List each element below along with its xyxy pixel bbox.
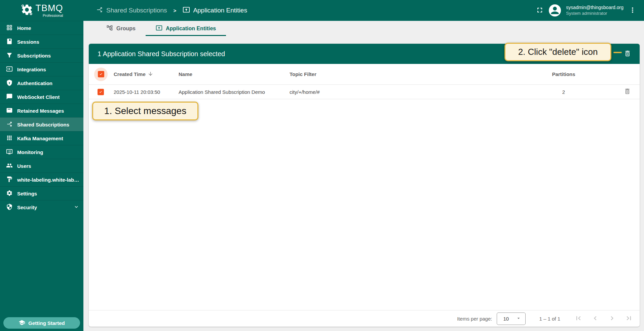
fullscreen-icon — [536, 6, 544, 15]
sidebar-item-label: WebSocket Client — [17, 94, 60, 100]
next-page-button[interactable] — [608, 314, 616, 323]
select-all-checkbox[interactable] — [98, 71, 104, 77]
breadcrumb-label: Shared Subscriptions — [106, 7, 167, 14]
call-split-icon — [6, 121, 13, 128]
row-delete-button[interactable] — [624, 88, 631, 96]
sidebar-item-kafka-management[interactable]: Kafka Management — [0, 131, 83, 145]
people-icon — [6, 162, 13, 170]
column-label: Created Time — [114, 71, 146, 77]
grid-dashboard-icon — [6, 24, 13, 32]
sidebar-item-white-labeling[interactable]: white-labeling.white-labeli… — [0, 173, 83, 186]
sidebar-item-label: Monitoring — [17, 149, 43, 155]
cell-topic-filter: city/+/home/# — [290, 89, 520, 95]
sidebar-item-websocket-client[interactable]: WebSocket Client — [0, 90, 83, 104]
column-header-name[interactable]: Name — [179, 71, 290, 77]
breadcrumb-application-entities[interactable]: Application Entities — [183, 6, 247, 15]
cell-created-time: 2025-10-11 20:03:50 — [114, 89, 179, 95]
present-to-all-icon — [156, 25, 162, 33]
row-checkbox-cell — [89, 89, 114, 95]
annotation-connector-line — [613, 52, 622, 53]
first-page-button[interactable] — [574, 314, 582, 323]
sidebar-item-label: Integrations — [17, 67, 46, 72]
sidebar-spacer — [0, 214, 83, 317]
inbox-icon — [6, 107, 13, 115]
sidebar-menu: Home Sessions Subscriptions Integrations… — [0, 21, 83, 214]
page-size-select[interactable]: 10 — [497, 312, 526, 325]
header-checkbox-cell — [89, 68, 114, 81]
annotation-step2: 2. Click "delete" icon — [504, 43, 611, 61]
sidebar-item-settings[interactable]: Settings — [0, 186, 83, 200]
tabbar: Groups Application Entities — [83, 21, 644, 36]
delete-icon — [624, 88, 631, 96]
entities-table-card: 1 Application Shared Subscription select… — [89, 44, 640, 327]
delete-icon — [624, 50, 631, 58]
sidebar-item-integrations[interactable]: Integrations — [0, 62, 83, 76]
sidebar-item-subscriptions[interactable]: Subscriptions — [0, 48, 83, 62]
sidebar-item-label: Security — [17, 205, 37, 210]
sidebar-item-label: Kafka Management — [17, 136, 63, 141]
app-root: TBMQ Professional Home Sessions Subscrip… — [0, 0, 644, 331]
main-area: Shared Subscriptions > Application Entit… — [83, 0, 644, 331]
previous-page-button[interactable] — [591, 314, 599, 323]
chevron-right-icon — [608, 314, 616, 323]
sidebar-item-home[interactable]: Home — [0, 21, 83, 35]
table-row[interactable]: 2025-10-11 20:03:50 Application Shared S… — [89, 85, 640, 99]
tab-groups[interactable]: Groups — [96, 21, 146, 36]
sidebar-item-label: white-labeling.white-labeli… — [17, 177, 79, 183]
sidebar-item-label: Subscriptions — [17, 53, 51, 59]
kebab-menu-icon — [629, 6, 637, 15]
more-menu-button[interactable] — [629, 6, 637, 15]
gear-icon — [6, 190, 13, 197]
logo[interactable]: TBMQ Professional — [0, 0, 83, 21]
pagination-range-label: 1 – 1 of 1 — [539, 316, 560, 322]
user-info[interactable]: sysadmin@thingsboard.org System administ… — [566, 4, 623, 16]
sidebar-item-monitoring[interactable]: Monitoring — [0, 145, 83, 159]
sidebar-item-security[interactable]: Security — [0, 200, 83, 214]
fullscreen-button[interactable] — [536, 6, 544, 15]
shield-lock-icon — [6, 79, 13, 87]
last-page-button[interactable] — [625, 314, 633, 323]
chevron-down-icon — [73, 204, 79, 211]
breadcrumb-shared-subscriptions[interactable]: Shared Subscriptions — [96, 6, 167, 15]
sidebar-item-shared-subscriptions[interactable]: Shared Subscriptions — [0, 117, 83, 131]
input-icon — [6, 66, 13, 73]
column-header-topic-filter[interactable]: Topic Filter — [290, 71, 520, 77]
table-empty-space — [89, 99, 640, 310]
chevron-left-icon — [591, 314, 599, 323]
sidebar-item-label: Settings — [17, 191, 37, 196]
apps-grid-icon — [6, 135, 13, 142]
annotation-step1: 1. Select messages — [92, 102, 198, 120]
sidebar-item-label: Users — [17, 163, 31, 169]
getting-started-button[interactable]: Getting Started — [3, 317, 80, 329]
account-tree-icon — [106, 25, 113, 33]
sidebar-item-users[interactable]: Users — [0, 159, 83, 173]
sidebar-item-authentication[interactable]: Authentication — [0, 76, 83, 90]
monitor-icon — [6, 148, 13, 156]
tab-label: Groups — [116, 26, 136, 32]
tab-application-entities[interactable]: Application Entities — [146, 21, 226, 36]
avatar[interactable] — [549, 4, 561, 16]
page-size-value: 10 — [503, 316, 509, 322]
breadcrumb-separator: > — [174, 8, 177, 13]
annotation-step1-text: 1. Select messages — [104, 106, 186, 116]
user-role: System administrator — [566, 11, 623, 16]
column-header-partitions[interactable]: Partitions — [520, 71, 607, 77]
checkbox-halo — [94, 68, 108, 81]
sidebar-item-retained-messages[interactable]: Retained Messages — [0, 104, 83, 117]
sidebar-item-label: Sessions — [17, 39, 39, 45]
caret-down-icon — [516, 316, 521, 322]
cell-actions — [607, 88, 640, 96]
table-footer: Items per page: 10 1 – 1 of 1 — [89, 310, 640, 327]
chat-bubble-icon — [6, 93, 13, 101]
filter-funnel-icon — [6, 52, 13, 60]
column-header-created-time[interactable]: Created Time — [114, 71, 179, 78]
cell-name: Application Shared Subscription Demo — [179, 89, 290, 95]
row-checkbox[interactable] — [98, 89, 104, 95]
sidebar-item-sessions[interactable]: Sessions — [0, 35, 83, 48]
present-to-all-icon — [183, 6, 190, 15]
last-page-icon — [625, 314, 633, 323]
user-email: sysadmin@thingsboard.org — [566, 4, 623, 10]
delete-selected-button[interactable] — [624, 50, 631, 58]
breadcrumb-label: Application Entities — [193, 7, 247, 14]
breadcrumb: Shared Subscriptions > Application Entit… — [96, 6, 247, 15]
